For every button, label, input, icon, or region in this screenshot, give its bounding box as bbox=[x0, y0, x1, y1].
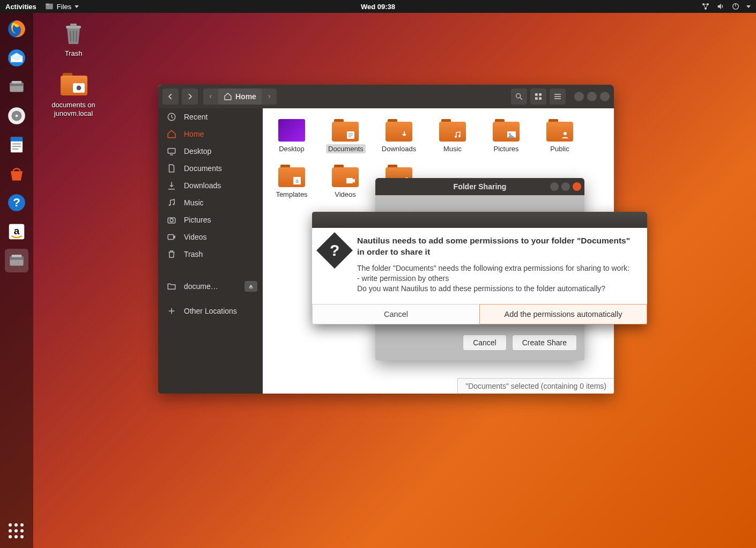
dock-amazon[interactable]: a bbox=[5, 220, 28, 243]
file-public[interactable]: Public bbox=[540, 119, 579, 153]
svg-text:a: a bbox=[295, 178, 299, 184]
sidebar-item-downloads[interactable]: Downloads bbox=[158, 177, 263, 194]
volume-icon[interactable] bbox=[716, 2, 725, 11]
doc-icon bbox=[167, 164, 176, 173]
view-toggle-button[interactable] bbox=[530, 88, 546, 105]
sidebar-item-documents[interactable]: Documents bbox=[158, 160, 263, 177]
nav-back-button[interactable] bbox=[162, 88, 179, 105]
svg-rect-37 bbox=[539, 93, 542, 96]
file-desktop[interactable]: Desktop bbox=[272, 119, 311, 153]
trash-icon bbox=[167, 249, 176, 259]
svg-rect-44 bbox=[168, 149, 175, 153]
sidebar-item-home[interactable]: Home bbox=[158, 125, 263, 143]
dock-firefox[interactable] bbox=[5, 17, 28, 41]
home-icon bbox=[167, 129, 176, 139]
folder-icon bbox=[386, 119, 412, 142]
search-button[interactable] bbox=[511, 88, 527, 105]
sidebar-item-label: Home bbox=[184, 130, 204, 138]
file-videos[interactable]: Videos bbox=[326, 165, 365, 198]
eject-button[interactable] bbox=[244, 281, 257, 292]
svg-point-49 bbox=[170, 219, 173, 222]
sidebar-item-recent[interactable]: Recent bbox=[158, 108, 263, 125]
sharing-titlebar: Folder Sharing bbox=[375, 178, 584, 195]
activities-button[interactable]: Activities bbox=[5, 3, 36, 11]
svg-point-34 bbox=[516, 94, 521, 98]
svg-point-47 bbox=[173, 204, 174, 205]
desktop-share-label: documents on junovm.local bbox=[46, 101, 101, 117]
sidebar-item-music[interactable]: Music bbox=[158, 194, 263, 211]
dock-files-running[interactable] bbox=[5, 249, 28, 272]
app-menu[interactable]: Files bbox=[45, 2, 79, 11]
sidebar-item-videos[interactable]: Videos bbox=[158, 228, 263, 246]
folder-icon bbox=[493, 119, 520, 142]
folder-icon bbox=[439, 119, 466, 142]
file-label: Public bbox=[550, 145, 569, 153]
permissions-confirm-button[interactable]: Add the permissions automatically bbox=[479, 304, 647, 324]
permissions-heading: Nautilus needs to add some permissions t… bbox=[357, 235, 634, 258]
status-bar: "Documents" selected (containing 0 items… bbox=[457, 378, 614, 394]
sharing-close[interactable] bbox=[573, 182, 581, 191]
path-back-seg[interactable] bbox=[203, 88, 218, 105]
window-minimize[interactable] bbox=[574, 92, 584, 101]
file-templates[interactable]: aTemplates bbox=[272, 165, 311, 198]
sidebar-item-otherlocations[interactable]: Other Locations bbox=[158, 302, 263, 320]
sidebar-item-label: Music bbox=[184, 198, 204, 207]
chevron-right-icon bbox=[267, 93, 271, 100]
window-close[interactable] bbox=[600, 92, 610, 101]
dock-rhythmbox[interactable] bbox=[5, 104, 28, 128]
question-icon: ? bbox=[316, 232, 353, 269]
desktop-network-share[interactable]: documents on junovm.local bbox=[46, 73, 101, 117]
plus-icon bbox=[167, 306, 176, 316]
svg-rect-39 bbox=[539, 97, 542, 100]
trash-icon bbox=[61, 21, 86, 47]
path-bar[interactable]: Home bbox=[203, 88, 277, 105]
system-menu-chevron-icon[interactable] bbox=[746, 5, 751, 8]
power-icon[interactable] bbox=[731, 2, 740, 11]
svg-rect-65 bbox=[346, 178, 353, 183]
sidebar-item-pictures[interactable]: Pictures bbox=[158, 211, 263, 228]
sidebar-item-docume[interactable]: docume… bbox=[158, 278, 263, 295]
sharing-minimize[interactable] bbox=[550, 182, 559, 191]
sidebar-item-desktop[interactable]: Desktop bbox=[158, 143, 263, 160]
sharing-cancel-button[interactable]: Cancel bbox=[463, 335, 507, 351]
sharing-create-button[interactable]: Create Share bbox=[512, 335, 577, 351]
window-maximize[interactable] bbox=[587, 92, 597, 101]
permissions-cancel-button[interactable]: Cancel bbox=[312, 304, 479, 324]
music-icon bbox=[167, 198, 176, 208]
clock[interactable]: Wed 09:38 bbox=[361, 3, 395, 11]
file-label: Pictures bbox=[494, 145, 519, 153]
desktop-trash[interactable]: Trash bbox=[49, 21, 98, 57]
grid-view-icon bbox=[534, 92, 543, 101]
dock-thunderbird[interactable] bbox=[5, 46, 28, 70]
svg-point-62 bbox=[564, 132, 567, 135]
sidebar-item-trash[interactable]: Trash bbox=[158, 246, 263, 263]
path-home[interactable]: Home bbox=[218, 88, 262, 105]
dock-software[interactable] bbox=[5, 162, 28, 186]
svg-point-14 bbox=[16, 115, 18, 117]
show-apps-button[interactable] bbox=[9, 523, 25, 539]
path-forward-seg[interactable] bbox=[262, 88, 277, 105]
file-pictures[interactable]: Pictures bbox=[487, 119, 525, 153]
svg-rect-11 bbox=[12, 81, 22, 84]
file-downloads[interactable]: Downloads bbox=[380, 119, 418, 153]
folder-icon bbox=[61, 73, 87, 95]
hamburger-button[interactable] bbox=[550, 88, 566, 105]
dock-files[interactable] bbox=[5, 75, 28, 99]
places-sidebar: RecentHomeDesktopDocumentsDownloadsMusic… bbox=[158, 108, 263, 394]
network-icon[interactable] bbox=[701, 2, 710, 11]
sharing-maximize[interactable] bbox=[561, 182, 570, 191]
dock-writer[interactable] bbox=[5, 133, 28, 157]
permissions-header bbox=[312, 212, 647, 228]
desktop-thumb-icon bbox=[278, 119, 305, 142]
file-music[interactable]: Music bbox=[433, 119, 472, 153]
nav-forward-button[interactable] bbox=[182, 88, 198, 105]
video-icon bbox=[167, 232, 176, 242]
desktop-icon bbox=[167, 146, 176, 156]
clock-icon bbox=[167, 112, 176, 122]
file-label: Videos bbox=[335, 190, 356, 198]
svg-rect-26 bbox=[12, 255, 22, 257]
file-documents[interactable]: Documents bbox=[326, 119, 365, 153]
sidebar-item-label: Desktop bbox=[184, 147, 211, 155]
sidebar-item-label: Trash bbox=[184, 250, 203, 258]
dock-help[interactable]: ? bbox=[5, 191, 28, 214]
